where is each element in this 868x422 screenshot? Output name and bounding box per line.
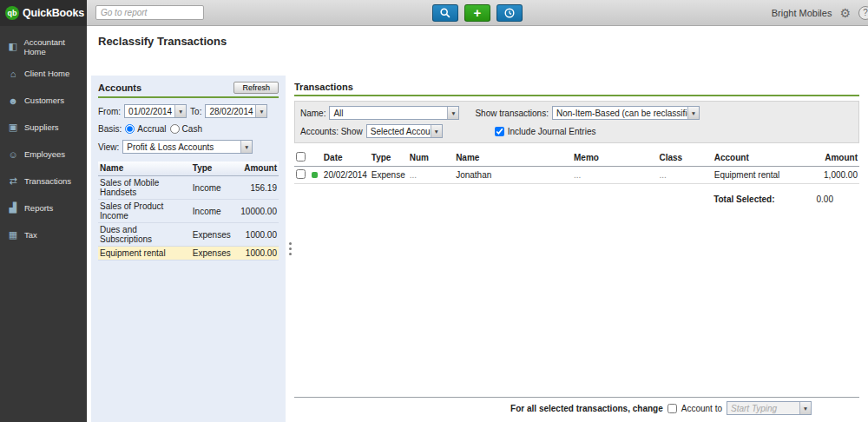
accounts-show-dropdown[interactable]: Selected Account ▼ bbox=[366, 124, 443, 138]
select-all-checkbox[interactable] bbox=[296, 152, 306, 162]
customers-icon: ☻ bbox=[7, 96, 19, 106]
quickbooks-logo: qb QuickBooks bbox=[0, 0, 87, 26]
total-selected-row: Total Selected: 0.00 bbox=[294, 195, 859, 204]
search-button[interactable] bbox=[432, 4, 458, 22]
tx-col-name[interactable]: Name bbox=[454, 149, 572, 167]
client-home-icon: ⌂ bbox=[7, 69, 19, 79]
table-row[interactable]: Sales of Mobile Handsets Income 156.19 bbox=[98, 176, 279, 200]
to-date-dropdown[interactable]: 28/02/2014 ▼ bbox=[205, 104, 267, 118]
app-window: qb QuickBooks + Bright Mobiles ⚙ ? bbox=[0, 0, 868, 422]
page-title: Reclassify Transactions bbox=[98, 35, 868, 48]
change-instruction-label: For all selected transactions, change bbox=[510, 404, 663, 413]
tx-col-num[interactable]: Num bbox=[408, 149, 454, 167]
account-to-dropdown[interactable]: Start Typing ▼ bbox=[727, 401, 812, 415]
basis-accrual-radio[interactable]: Accrual bbox=[125, 124, 166, 134]
basis-cash-radio[interactable]: Cash bbox=[170, 124, 202, 134]
sidebar-item-reports[interactable]: ▟ Reports bbox=[0, 195, 87, 221]
table-row[interactable]: 20/02/2014 Expense ... Jonathan ... ... … bbox=[294, 167, 859, 184]
table-row[interactable]: Dues and Subscriptions Expenses 1000.00 bbox=[98, 223, 279, 247]
sidebar-item-label: Reports bbox=[24, 203, 53, 213]
clock-icon bbox=[503, 7, 516, 19]
top-bar: qb QuickBooks + Bright Mobiles ⚙ ? bbox=[0, 0, 868, 26]
status-dot-icon bbox=[312, 172, 318, 178]
sidebar-item-employees[interactable]: ☺ Employees bbox=[0, 141, 87, 168]
recent-transactions-button[interactable] bbox=[496, 4, 523, 22]
panel-splitter[interactable] bbox=[286, 76, 294, 422]
main-content: Reclassify Transactions Accounts Refresh… bbox=[87, 26, 868, 422]
gear-icon[interactable]: ⚙ bbox=[839, 6, 851, 20]
chevron-down-icon: ▼ bbox=[687, 107, 699, 119]
sidebar-item-customers[interactable]: ☻ Customers bbox=[0, 87, 87, 114]
total-selected-label: Total Selected: bbox=[713, 195, 774, 204]
accounts-panel: Accounts Refresh From: 01/02/2014 ▼ To: … bbox=[91, 76, 286, 422]
row-checkbox[interactable] bbox=[296, 169, 306, 179]
chevron-down-icon: ▼ bbox=[255, 105, 266, 117]
company-name: Bright Mobiles bbox=[772, 8, 832, 18]
from-label: From: bbox=[98, 107, 121, 116]
reports-icon: ▟ bbox=[7, 202, 19, 214]
plus-icon: + bbox=[474, 6, 482, 19]
employees-icon: ☺ bbox=[7, 149, 19, 160]
sidebar-nav: ◧ Accountant Home ⌂ Client Home ☻ Custom… bbox=[0, 26, 87, 422]
table-row[interactable]: Sales of Product Income Income 10000.00 bbox=[98, 200, 279, 223]
accounts-show-label: Accounts: Show bbox=[300, 127, 363, 136]
sidebar-item-tax[interactable]: ▦ Tax bbox=[0, 221, 87, 248]
transactions-filter-bar: Name: All ▼ Show transactions: Non-Item-… bbox=[294, 101, 859, 143]
tx-col-amount[interactable]: Amount bbox=[822, 149, 859, 167]
search-icon bbox=[439, 7, 451, 19]
tx-col-account[interactable]: Account bbox=[713, 149, 822, 167]
reclassify-footer-bar: For all selected transactions, change Ac… bbox=[294, 397, 859, 422]
quickbooks-logo-icon: qb bbox=[5, 6, 19, 20]
chevron-down-icon: ▼ bbox=[431, 125, 442, 137]
sidebar-item-transactions[interactable]: ⇄ Transactions bbox=[0, 168, 87, 195]
total-selected-value: 0.00 bbox=[817, 195, 833, 204]
accountant-home-icon: ◧ bbox=[7, 41, 18, 52]
drag-handle-icon bbox=[289, 242, 292, 245]
accounts-col-amount[interactable]: Amount bbox=[239, 162, 279, 176]
chevron-down-icon: ▼ bbox=[174, 105, 186, 117]
create-new-button[interactable]: + bbox=[464, 4, 490, 22]
sidebar-item-accountant-home[interactable]: ◧ Accountant Home bbox=[0, 33, 87, 60]
top-bar-actions: + bbox=[432, 4, 523, 22]
accounts-panel-title: Accounts bbox=[98, 82, 141, 93]
accounts-col-type[interactable]: Type bbox=[191, 162, 239, 176]
sidebar-item-label: Client Home bbox=[24, 69, 69, 78]
include-journal-entries-checkbox[interactable]: Include Journal Entries bbox=[495, 127, 596, 136]
transactions-panel-title: Transactions bbox=[294, 82, 353, 92]
to-label: To: bbox=[190, 107, 201, 116]
suppliers-icon: ▣ bbox=[7, 122, 19, 133]
transactions-icon: ⇄ bbox=[7, 175, 19, 187]
sidebar-item-label: Tax bbox=[24, 230, 37, 240]
account-to-checkbox[interactable] bbox=[667, 404, 677, 413]
view-dropdown[interactable]: Profit & Loss Accounts ▼ bbox=[122, 140, 253, 154]
chevron-down-icon: ▼ bbox=[240, 141, 252, 153]
sidebar-item-label: Employees bbox=[24, 149, 65, 159]
sidebar-item-suppliers[interactable]: ▣ Suppliers bbox=[0, 114, 87, 141]
name-filter-label: Name: bbox=[300, 109, 326, 118]
tx-col-type[interactable]: Type bbox=[370, 149, 408, 167]
tx-col-class[interactable]: Class bbox=[657, 149, 712, 167]
transactions-panel: Transactions Name: All ▼ Show transactio… bbox=[294, 76, 868, 422]
chevron-down-icon: ▼ bbox=[447, 107, 458, 119]
view-label: View: bbox=[98, 142, 119, 152]
quickbooks-logo-text: QuickBooks bbox=[23, 7, 84, 19]
show-transactions-dropdown[interactable]: Non-Item-Based (can be reclassified) ▼ bbox=[552, 106, 700, 120]
account-to-label: Account to bbox=[681, 404, 722, 413]
tax-icon: ▦ bbox=[7, 229, 19, 241]
sidebar-item-label: Suppliers bbox=[24, 122, 59, 132]
name-filter-dropdown[interactable]: All ▼ bbox=[329, 106, 459, 120]
show-transactions-label: Show transactions: bbox=[475, 109, 549, 118]
top-bar-right-region: + Bright Mobiles ⚙ ? bbox=[87, 0, 868, 26]
go-to-report-input[interactable] bbox=[95, 5, 204, 20]
from-date-dropdown[interactable]: 01/02/2014 ▼ bbox=[124, 104, 187, 118]
refresh-button[interactable]: Refresh bbox=[233, 82, 279, 94]
accounts-col-name[interactable]: Name bbox=[98, 162, 191, 176]
help-icon[interactable]: ? bbox=[858, 6, 868, 20]
tx-col-date[interactable]: Date bbox=[322, 149, 370, 167]
sidebar-item-label: Customers bbox=[24, 96, 64, 105]
table-row-selected[interactable]: Equipment rental Expenses 1000.00 bbox=[98, 247, 279, 260]
sidebar-item-label: Transactions bbox=[24, 176, 71, 186]
sidebar-item-client-home[interactable]: ⌂ Client Home bbox=[0, 60, 87, 87]
tx-col-memo[interactable]: Memo bbox=[572, 149, 657, 167]
top-bar-user-area: Bright Mobiles ⚙ ? bbox=[772, 6, 868, 20]
